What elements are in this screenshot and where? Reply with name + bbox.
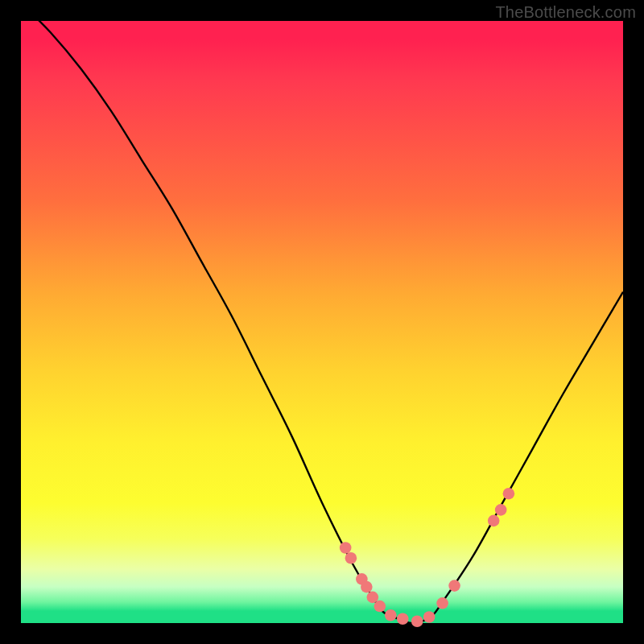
chart-frame (21, 21, 623, 623)
highlight-dot (495, 504, 507, 516)
highlight-dot (385, 609, 397, 621)
highlight-dot (423, 611, 436, 623)
highlight-dot (374, 601, 386, 613)
highlight-dot (503, 488, 515, 500)
highlight-dot (361, 581, 373, 593)
highlight-dot (397, 613, 409, 625)
highlight-dot (340, 542, 352, 554)
highlight-dot (345, 552, 357, 564)
highlighted-dots-group (340, 488, 514, 627)
chart-svg (21, 21, 623, 623)
bottleneck-curve (21, 3, 623, 623)
highlight-dot (448, 580, 460, 592)
highlight-dot (488, 515, 500, 527)
watermark-text: TheBottleneck.com (495, 3, 636, 22)
highlight-dot (436, 597, 448, 609)
highlight-dot (411, 615, 423, 627)
